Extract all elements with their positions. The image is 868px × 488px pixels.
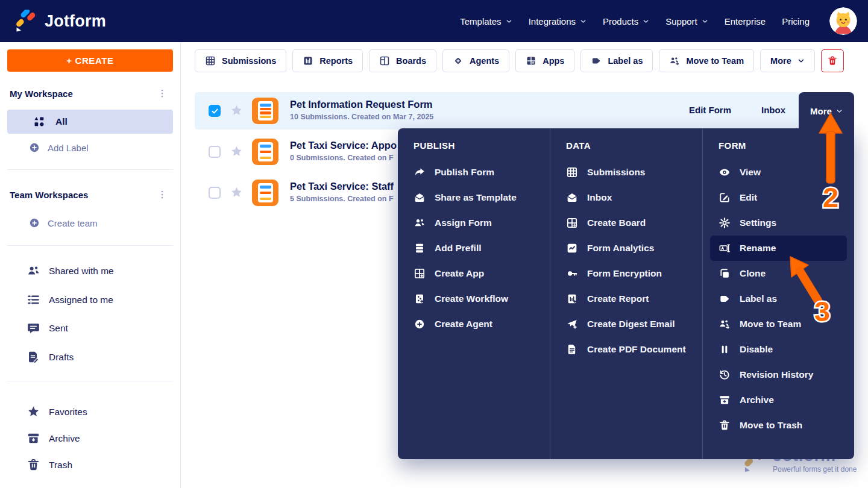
avatar-image (829, 7, 857, 35)
nav-item-products[interactable]: Products (603, 16, 649, 27)
row-checkbox[interactable] (209, 187, 221, 199)
trash-icon (719, 419, 731, 431)
menu-item-add-prefill[interactable]: Add Prefill (414, 236, 542, 261)
favorite-star-icon[interactable] (230, 186, 244, 199)
stack-icon (414, 242, 426, 254)
trash-icon (827, 55, 838, 66)
menu-item-share-as-template[interactable]: Share as Template (414, 185, 542, 210)
menu-item-create-agent[interactable]: Create Agent (414, 311, 542, 337)
form-title: Pet Taxi Service: Staff (290, 181, 394, 192)
kebab-menu-icon[interactable] (157, 189, 168, 200)
menu-item-inbox[interactable]: Inbox (566, 185, 695, 210)
boards-button[interactable]: Boards (369, 49, 436, 72)
sidebar-item-shared-with-me[interactable]: Shared with me (27, 264, 114, 278)
nav-item-support[interactable]: Support (665, 16, 708, 27)
menu-column-data: DATA Submissions Inbox Create Board Form… (550, 128, 702, 459)
menu-item-form-encryption[interactable]: Form Encryption (566, 261, 695, 286)
create-team-button[interactable]: Create team (28, 217, 98, 229)
menu-item-revision-history[interactable]: Revision History (719, 362, 847, 387)
row-checkbox-checked[interactable] (209, 105, 221, 117)
menu-item-clone[interactable]: Clone (719, 261, 847, 286)
team-workspaces-header: Team Workspaces (10, 189, 168, 200)
favorite-star-icon[interactable] (230, 145, 244, 158)
jotform-logo[interactable]: Jotform (14, 10, 106, 33)
menu-item-label-as[interactable]: Label as (719, 286, 847, 311)
menu-item-disable[interactable]: Disable (719, 337, 847, 362)
sidebar-item-sent[interactable]: Sent (27, 321, 68, 335)
menu-item-move-to-trash[interactable]: Move to Trash (719, 413, 847, 438)
label-as-button[interactable]: Label as (580, 49, 653, 72)
edit-form-button[interactable]: Edit Form (689, 105, 731, 115)
move-to-team-button[interactable]: Move to Team (659, 49, 754, 72)
menu-header-publish: PUBLISH (414, 140, 542, 155)
sidebar-item-all[interactable]: All (7, 110, 173, 134)
jotform-logo-icon (14, 10, 37, 33)
draft-document-icon (27, 350, 40, 364)
sidebar-divider (7, 381, 173, 381)
nav-item-pricing[interactable]: Pricing (782, 16, 810, 27)
pause-icon (719, 343, 731, 355)
menu-item-rename-highlighted[interactable]: Rename (710, 236, 847, 261)
table-grid-icon (566, 166, 578, 178)
favorite-star-icon[interactable] (230, 104, 244, 117)
sidebar-divider (7, 245, 173, 246)
nav-item-templates[interactable]: Templates (460, 16, 512, 27)
menu-item-settings[interactable]: Settings (719, 210, 847, 236)
agents-button[interactable]: Agents (442, 49, 509, 72)
row-more-button-active[interactable]: More (799, 92, 854, 130)
form-more-dropdown-menu: PUBLISH Publish Form Share as Template A… (398, 128, 854, 459)
menu-item-create-report[interactable]: Create Report (566, 286, 695, 311)
create-button[interactable]: + CREATE (7, 49, 173, 72)
sidebar-item-drafts[interactable]: Drafts (27, 350, 74, 364)
form-thumbnail-icon (252, 98, 278, 124)
inbox-button[interactable]: Inbox (761, 105, 785, 115)
jotform-my-forms-page: Jotform Templates Integrations Products … (0, 0, 868, 488)
star-icon (27, 405, 40, 419)
menu-item-form-analytics[interactable]: Form Analytics (566, 236, 695, 261)
sidebar-item-trash[interactable]: Trash (27, 458, 72, 472)
apps-grid-icon (526, 55, 536, 66)
menu-item-edit[interactable]: Edit (719, 185, 847, 210)
menu-item-create-digest-email[interactable]: Create Digest Email (566, 311, 695, 337)
menu-item-create-board[interactable]: Create Board (566, 210, 695, 236)
sidebar: + CREATE My Workspace All Add Label Team… (0, 42, 181, 488)
delete-button[interactable] (821, 49, 844, 72)
forms-toolbar: Submissions Reports Boards Agents Apps L… (195, 49, 844, 72)
watermark-tagline: Powerful forms get it done (773, 465, 857, 474)
analytics-icon (566, 242, 578, 254)
reports-button[interactable]: Reports (292, 49, 363, 72)
menu-item-submissions[interactable]: Submissions (566, 160, 695, 185)
submissions-button[interactable]: Submissions (195, 49, 286, 72)
bar-chart-icon (303, 55, 313, 66)
menu-item-move-to-team[interactable]: Move to Team (719, 311, 847, 337)
user-avatar[interactable] (829, 7, 857, 35)
form-meta: 0 Submissions. Created on F (290, 154, 394, 162)
menu-item-create-pdf-document[interactable]: Create PDF Document (566, 337, 695, 362)
shared-people-icon (27, 264, 40, 278)
nav-item-integrations[interactable]: Integrations (529, 16, 587, 27)
menu-item-view[interactable]: View (719, 160, 847, 185)
gear-icon (719, 217, 731, 229)
row-checkbox[interactable] (209, 146, 221, 158)
form-title: Pet Taxi Service: Appo (290, 140, 397, 151)
menu-item-create-app[interactable]: Create App (414, 261, 542, 286)
menu-item-create-workflow[interactable]: Create Workflow (414, 286, 542, 311)
form-row-pet-information[interactable]: Pet Information Request Form 10 Submissi… (195, 92, 854, 130)
menu-item-archive[interactable]: Archive (719, 387, 847, 413)
people-icon (414, 217, 426, 229)
form-thumbnail-icon (252, 180, 278, 206)
sidebar-item-assigned-to-me[interactable]: Assigned to me (27, 293, 113, 307)
add-label-button[interactable]: Add Label (28, 142, 89, 154)
move-team-icon (669, 55, 680, 66)
table-grid-icon (205, 55, 216, 66)
menu-item-publish-form[interactable]: Publish Form (414, 160, 542, 185)
apps-button[interactable]: Apps (515, 49, 574, 72)
sidebar-item-favorites[interactable]: Favorites (27, 405, 87, 419)
sidebar-item-archive[interactable]: Archive (27, 431, 80, 445)
menu-item-assign-form[interactable]: Assign Form (414, 210, 542, 236)
toolbar-more-button[interactable]: More (760, 49, 815, 72)
kebab-menu-icon[interactable] (157, 88, 168, 99)
paper-plane-plus-icon (566, 318, 578, 330)
nav-item-enterprise[interactable]: Enterprise (725, 16, 766, 27)
clone-icon (719, 267, 731, 280)
